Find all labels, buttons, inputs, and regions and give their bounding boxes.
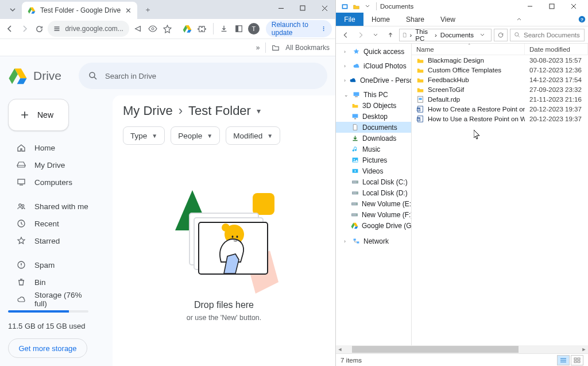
bookmark-star-icon[interactable]: [161, 21, 173, 37]
crumb-separator-icon[interactable]: ›: [434, 32, 438, 38]
tree-item[interactable]: Documents: [336, 122, 411, 133]
horizontal-scrollbar[interactable]: ◄ ►: [336, 345, 588, 353]
breadcrumb-root[interactable]: My Drive: [123, 103, 173, 118]
tab-close-button[interactable]: ✕: [125, 6, 131, 15]
crumb-thispc[interactable]: This PC: [414, 28, 432, 42]
crumb-documents[interactable]: Documents: [439, 32, 475, 38]
nav-shared[interactable]: Shared with me: [8, 198, 105, 215]
nav-home[interactable]: Home: [8, 139, 105, 156]
nav-storage[interactable]: Storage (76% full): [8, 291, 105, 308]
chip-modified[interactable]: Modified▼: [226, 126, 280, 145]
nav-spam[interactable]: Spam: [8, 256, 105, 273]
help-button[interactable]: ?: [575, 13, 588, 26]
address-dropdown[interactable]: [476, 29, 489, 41]
explorer-qat-icon[interactable]: [351, 1, 361, 11]
forward-button[interactable]: [18, 21, 31, 37]
tree-item[interactable]: ›iCloud Photos: [336, 60, 411, 71]
tree-item[interactable]: ›Quick access: [336, 46, 411, 57]
new-button[interactable]: New: [8, 99, 69, 131]
file-row[interactable]: Blackmagic Design30-08-2023 15:57: [412, 55, 588, 65]
column-headers[interactable]: Name˄ Date modified: [412, 44, 588, 55]
new-tab-button[interactable]: ＋: [141, 3, 154, 17]
ribbon-file-tab[interactable]: File: [336, 13, 363, 26]
tab-search-button[interactable]: [6, 3, 20, 17]
svg-rect-58: [574, 358, 577, 360]
minimize-button[interactable]: [519, 0, 541, 13]
address-crumbs[interactable]: › This PC › Documents: [399, 29, 492, 41]
refresh-button[interactable]: [494, 29, 508, 41]
icons-view-button[interactable]: [571, 355, 583, 365]
breadcrumb-current[interactable]: Test Folder: [188, 103, 251, 118]
ribbon-view-tab[interactable]: View: [432, 13, 463, 26]
drive-search[interactable]: Search in Drive: [79, 63, 327, 89]
tree-item[interactable]: ⌄This PC: [336, 89, 411, 100]
tree-item[interactable]: Local Disk (C:): [336, 176, 411, 187]
download-icon[interactable]: [218, 21, 230, 37]
file-row[interactable]: Custom Office Templates07-12-2023 12:36: [412, 65, 588, 75]
history-dropdown[interactable]: [369, 29, 382, 41]
tree-item[interactable]: Videos: [336, 165, 411, 176]
crumb-separator-icon[interactable]: ›: [408, 32, 413, 38]
maximize-button[interactable]: [292, 0, 314, 16]
tree-item[interactable]: Pictures: [336, 155, 411, 165]
tree-item[interactable]: Music: [336, 144, 411, 155]
qat-dropdown-icon[interactable]: [362, 1, 373, 11]
maximize-button[interactable]: [541, 0, 563, 13]
drive-logo[interactable]: Drive: [8, 66, 61, 86]
tree-item[interactable]: Downloads: [336, 133, 411, 144]
file-row[interactable]: WHow to Create a Restore Point on Windo.…: [412, 104, 588, 114]
scroll-left-icon[interactable]: ◄: [336, 346, 344, 352]
nav-recent[interactable]: Recent: [8, 215, 105, 232]
get-more-storage-button[interactable]: Get more storage: [8, 338, 87, 358]
dropzone[interactable]: Drop files here or use the 'New' button.: [123, 145, 325, 358]
bookmarks-overflow-icon[interactable]: »: [256, 44, 260, 52]
reload-button[interactable]: [33, 21, 46, 37]
chip-people[interactable]: People▼: [171, 126, 220, 145]
folder-dropdown-icon[interactable]: ▾: [257, 106, 261, 115]
tree-item[interactable]: ›OneDrive - Personal: [336, 75, 411, 86]
explorer-tree[interactable]: ›Quick access›iCloud Photos›OneDrive - P…: [336, 44, 412, 345]
tree-item[interactable]: Desktop: [336, 111, 411, 122]
close-button[interactable]: [563, 0, 585, 13]
share-button[interactable]: [131, 21, 144, 37]
up-button[interactable]: [384, 29, 397, 41]
ribbon-home-tab[interactable]: Home: [363, 13, 398, 26]
extensions-icon[interactable]: [196, 21, 208, 37]
file-row[interactable]: FeedbackHub14-12-2023 17:54: [412, 75, 588, 84]
tree-item[interactable]: New Volume (F:): [336, 209, 411, 220]
file-row[interactable]: Default.rdp21-11-2023 21:16: [412, 94, 588, 104]
back-button[interactable]: [339, 29, 352, 41]
tree-item[interactable]: Google Drive (G:): [336, 220, 411, 231]
tree-item[interactable]: ›Network: [336, 236, 411, 246]
tree-item[interactable]: Local Disk (D:): [336, 187, 411, 198]
scroll-right-icon[interactable]: ►: [580, 346, 588, 352]
chip-type[interactable]: Type▼: [123, 126, 165, 145]
forward-button[interactable]: [354, 29, 367, 41]
file-rows[interactable]: Blackmagic Design30-08-2023 15:57Custom …: [412, 55, 588, 345]
all-bookmarks-button[interactable]: All Bookmarks: [285, 44, 330, 52]
explorer-search[interactable]: Search Documents: [510, 29, 585, 41]
back-button[interactable]: [3, 21, 16, 37]
ribbon-expand-button[interactable]: [514, 13, 524, 26]
folder-qat-icon[interactable]: [339, 1, 350, 11]
relaunch-button[interactable]: Relaunch to update: [266, 20, 332, 37]
chrome-tab-active[interactable]: Test Folder - Google Drive ✕: [22, 2, 137, 19]
scrollbar-thumb[interactable]: [352, 346, 519, 353]
file-row[interactable]: ScreenToGif27-09-2023 23:32: [412, 84, 588, 94]
nav-mydrive[interactable]: My Drive: [8, 156, 105, 174]
details-view-button[interactable]: [557, 355, 570, 365]
ribbon-share-tab[interactable]: Share: [398, 13, 432, 26]
sidepanel-icon[interactable]: [233, 21, 245, 37]
address-bar[interactable]: drive.google.com...: [48, 21, 129, 37]
tree-item[interactable]: 3D Objects: [336, 100, 411, 111]
nav-computers[interactable]: Computers: [8, 174, 105, 191]
minimize-button[interactable]: [270, 0, 292, 16]
nav-bin[interactable]: Bin: [8, 273, 105, 291]
profile-avatar[interactable]: T: [247, 21, 260, 37]
eye-icon[interactable]: [146, 21, 159, 37]
nav-starred[interactable]: Starred: [8, 232, 105, 249]
tree-item[interactable]: New Volume (E:): [336, 198, 411, 209]
close-window-button[interactable]: [314, 0, 335, 16]
file-row[interactable]: WHow to Use a Restore Point on Windows .…: [412, 114, 588, 124]
drive-ext-icon[interactable]: [181, 21, 194, 37]
